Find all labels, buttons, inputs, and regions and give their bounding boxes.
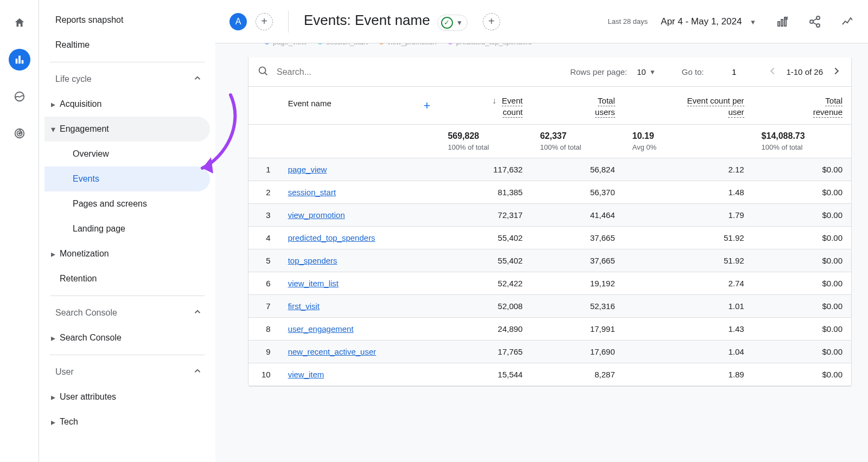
- row-value: 52,422: [439, 272, 531, 295]
- row-value: $0.00: [753, 158, 851, 181]
- metric-header-total-users[interactable]: Totalusers: [531, 87, 623, 125]
- nav-realtime[interactable]: Realtime: [44, 33, 210, 57]
- table-row: 10view_item15,5448,2871.89$0.00: [248, 363, 851, 386]
- date-range-picker[interactable]: Apr 4 - May 1, 2024 ▼: [661, 16, 756, 27]
- row-value: $0.00: [753, 204, 851, 227]
- event-link[interactable]: session_start: [288, 188, 336, 197]
- metric-header-event-count[interactable]: ↓ Eventcount: [439, 87, 531, 125]
- nav-engagement-events[interactable]: Events: [44, 166, 210, 191]
- next-page-button[interactable]: [831, 65, 843, 79]
- nav-search-console[interactable]: ▸ Search Console: [44, 325, 210, 350]
- row-value: 15,544: [439, 363, 531, 386]
- nav-engagement-overview[interactable]: Overview: [44, 142, 210, 166]
- event-link[interactable]: top_spenders: [288, 256, 337, 265]
- segment-chip[interactable]: A: [229, 13, 247, 30]
- rows-per-page-select[interactable]: 10 ▼: [635, 67, 658, 76]
- metric-header-event-count-per-user[interactable]: Event count peruser: [624, 87, 753, 125]
- nav-monetization[interactable]: ▸ Monetization: [44, 241, 210, 266]
- page-title: Events: Event name ✓ ▼: [304, 12, 468, 31]
- nav-tech[interactable]: ▸ Tech: [44, 409, 210, 434]
- separator: [288, 11, 289, 33]
- chevron-down-icon: ▼: [750, 18, 756, 26]
- row-value: $0.00: [753, 318, 851, 341]
- insights-icon[interactable]: [841, 15, 854, 28]
- search-icon: [257, 65, 269, 79]
- svg-point-11: [810, 20, 813, 23]
- nav-retention[interactable]: Retention: [44, 266, 210, 291]
- chevron-up-icon: [193, 73, 202, 85]
- event-link[interactable]: user_engagement: [288, 324, 354, 333]
- nav-engagement-landing[interactable]: Landing page: [44, 216, 210, 241]
- legend-item[interactable]: view_promotion: [379, 43, 437, 46]
- nav-section-search-console[interactable]: Search Console: [44, 300, 210, 325]
- dimension-header[interactable]: Event name +: [279, 87, 439, 125]
- table-row: 8user_engagement24,89017,9911.43$0.00: [248, 318, 851, 341]
- explore-icon[interactable]: [9, 86, 30, 107]
- share-icon[interactable]: [808, 15, 821, 28]
- nav-reports-snapshot[interactable]: Reports snapshot: [44, 8, 210, 33]
- row-name: view_promotion: [279, 204, 439, 227]
- table-row: 3view_promotion72,31741,4641.79$0.00: [248, 204, 851, 227]
- add-dimension-icon[interactable]: +: [424, 99, 431, 113]
- legend-dot-icon: [379, 43, 384, 44]
- title-status-pill[interactable]: ✓ ▼: [437, 15, 468, 31]
- nav-engagement[interactable]: ▾ Engagement: [44, 117, 210, 142]
- reports-icon[interactable]: [9, 49, 30, 70]
- legend-item[interactable]: session_start: [317, 43, 368, 46]
- row-value: $0.00: [753, 181, 851, 204]
- legend-dot-icon: [317, 43, 323, 44]
- row-value: 72,317: [439, 204, 531, 227]
- legend-dot-icon: [448, 43, 453, 44]
- home-icon[interactable]: [9, 12, 30, 34]
- row-index: 7: [248, 295, 279, 318]
- nav-section-lifecycle[interactable]: Life cycle: [44, 67, 210, 92]
- event-link[interactable]: view_promotion: [288, 210, 345, 220]
- row-value: $0.00: [753, 249, 851, 272]
- row-name: user_engagement: [279, 318, 439, 341]
- event-link[interactable]: predicted_top_spenders: [288, 233, 375, 242]
- row-value: 41,464: [531, 204, 623, 227]
- svg-rect-8: [781, 20, 783, 26]
- row-value: 1.01: [624, 295, 753, 318]
- row-value: 17,765: [439, 341, 531, 363]
- caret-right-icon: ▸: [47, 99, 60, 110]
- event-link[interactable]: page_view: [288, 165, 327, 174]
- svg-rect-1: [18, 56, 21, 64]
- metric-header-total-revenue[interactable]: Totalrevenue: [753, 87, 851, 125]
- date-range-label: Last 28 days: [608, 17, 648, 25]
- nav-section-user[interactable]: User: [44, 360, 210, 384]
- row-value: $0.00: [753, 227, 851, 249]
- caret-right-icon: ▸: [47, 249, 60, 259]
- prev-page-button[interactable]: [767, 65, 778, 79]
- event-link[interactable]: view_item_list: [288, 279, 339, 288]
- advertising-icon[interactable]: [9, 123, 30, 144]
- add-comparison-button[interactable]: +: [483, 13, 500, 30]
- row-value: 56,370: [531, 181, 623, 204]
- event-link[interactable]: new_recent_active_user: [288, 347, 376, 356]
- add-segment-button[interactable]: +: [256, 13, 273, 30]
- page-range: 1-10 of 26: [786, 67, 823, 76]
- row-index: 6: [248, 272, 279, 295]
- customize-report-icon[interactable]: [776, 15, 789, 28]
- nav-engagement-pages[interactable]: Pages and screens: [44, 191, 210, 216]
- rows-per-page-label: Rows per page:: [570, 67, 627, 76]
- nav-user-attributes[interactable]: ▸ User attributes: [44, 384, 210, 409]
- row-value: 8,287: [531, 363, 623, 386]
- row-value: 56,824: [531, 158, 623, 181]
- row-value: 37,665: [531, 227, 623, 249]
- legend-dot-icon: [264, 43, 270, 44]
- chevron-up-icon: [193, 366, 202, 378]
- check-circle-icon: ✓: [441, 17, 453, 29]
- legend-item[interactable]: page_view: [264, 43, 307, 46]
- row-value: 37,665: [531, 249, 623, 272]
- event-link[interactable]: first_visit: [288, 301, 320, 311]
- table-body: 1page_view117,63256,8242.12$0.002session…: [248, 158, 851, 386]
- legend-item[interactable]: predicted_top_spenders: [448, 43, 532, 46]
- row-name: view_item_list: [279, 272, 439, 295]
- search-input[interactable]: [276, 67, 438, 78]
- row-value: 51.92: [624, 249, 753, 272]
- nav-acquisition[interactable]: ▸ Acquisition: [44, 92, 210, 117]
- goto-input[interactable]: [711, 67, 737, 77]
- event-link[interactable]: view_item: [288, 370, 324, 379]
- svg-point-12: [816, 24, 820, 27]
